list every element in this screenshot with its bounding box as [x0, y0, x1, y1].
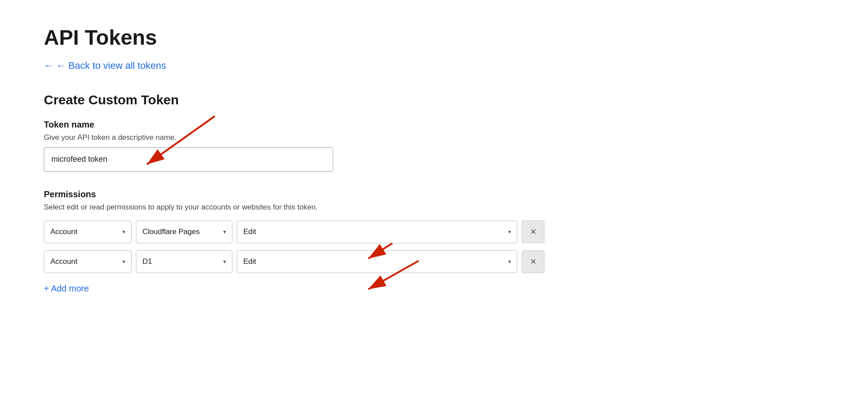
token-name-input[interactable] — [44, 147, 333, 172]
scope-select-wrapper-2: Account Zone User — [44, 250, 132, 273]
scope-select-1[interactable]: Account Zone User — [44, 220, 132, 243]
resource-select-2[interactable]: D1 Cloudflare Pages Workers R2 KV Storag… — [136, 250, 232, 273]
permission-select-wrapper-1: Edit Read — [237, 220, 517, 243]
token-name-description: Give your API token a descriptive name. — [44, 133, 526, 142]
back-arrow-icon: ← — [44, 60, 53, 71]
back-link-label: ← Back to view all tokens — [56, 60, 166, 71]
token-name-label: Token name — [44, 120, 526, 130]
add-more-link[interactable]: + Add more — [44, 284, 89, 294]
permissions-label: Permissions — [44, 189, 526, 199]
token-name-field-group: Token name Give your API token a descrip… — [44, 120, 526, 172]
resource-select-wrapper-2: D1 Cloudflare Pages Workers R2 KV Storag… — [136, 250, 232, 273]
page-title: API Tokens — [44, 26, 526, 50]
permission-select-wrapper-2: Edit Read — [237, 250, 517, 273]
permissions-description: Select edit or read permissions to apply… — [44, 203, 526, 212]
permission-row: Account Zone User D1 Cloudflare Pages Wo… — [44, 250, 526, 273]
back-to-tokens-link[interactable]: ← ← Back to view all tokens — [44, 60, 166, 71]
resource-select-wrapper-1: Cloudflare Pages Workers D1 R2 KV Storag… — [136, 220, 232, 243]
scope-select-wrapper-1: Account Zone User — [44, 220, 132, 243]
permission-select-1[interactable]: Edit Read — [237, 220, 517, 243]
section-title: Create Custom Token — [44, 92, 526, 107]
scope-select-2[interactable]: Account Zone User — [44, 250, 132, 273]
remove-row-2-button[interactable]: ✕ — [522, 250, 544, 273]
permission-row: Account Zone User Cloudflare Pages Worke… — [44, 220, 526, 243]
resource-select-1[interactable]: Cloudflare Pages Workers D1 R2 KV Storag… — [136, 220, 232, 243]
permissions-section: Permissions Select edit or read permissi… — [44, 189, 526, 294]
remove-row-1-button[interactable]: ✕ — [522, 220, 544, 243]
permission-select-2[interactable]: Edit Read — [237, 250, 517, 273]
